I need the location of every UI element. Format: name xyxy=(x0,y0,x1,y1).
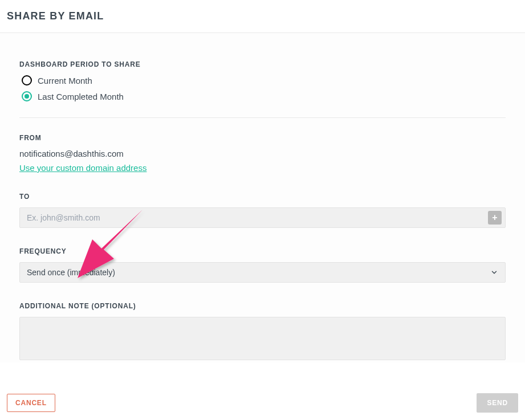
radio-label: Last Completed Month xyxy=(38,92,124,101)
radio-last-completed-month[interactable]: Last Completed Month xyxy=(19,91,506,101)
send-button[interactable]: SEND xyxy=(477,393,518,413)
note-section: ADDITIONAL NOTE (OPTIONAL) xyxy=(19,302,506,362)
modal-content: DASHBOARD PERIOD TO SHARE Current Month … xyxy=(0,33,525,362)
frequency-label: FREQUENCY xyxy=(19,247,506,255)
modal-footer: CANCEL SEND xyxy=(0,386,525,420)
period-label: DASHBOARD PERIOD TO SHARE xyxy=(19,60,506,68)
to-label: TO xyxy=(19,193,506,201)
cancel-button[interactable]: CANCEL xyxy=(7,394,55,412)
frequency-select[interactable]: Send once (immediately) xyxy=(19,262,506,283)
from-email-value: notifications@dashthis.com xyxy=(19,149,506,158)
add-recipient-button[interactable]: + xyxy=(488,211,502,225)
from-label: FROM xyxy=(19,134,506,142)
note-label: ADDITIONAL NOTE (OPTIONAL) xyxy=(19,302,506,310)
radio-icon xyxy=(22,91,32,101)
radio-label: Current Month xyxy=(38,76,92,85)
frequency-value: Send once (immediately) xyxy=(27,268,490,277)
divider xyxy=(19,117,506,118)
to-email-input[interactable] xyxy=(20,208,488,227)
radio-icon xyxy=(22,75,32,85)
plus-icon: + xyxy=(492,213,497,223)
from-section: FROM notifications@dashthis.com Use your… xyxy=(19,134,506,173)
custom-domain-link[interactable]: Use your custom domain address xyxy=(19,163,146,173)
note-textarea[interactable] xyxy=(19,317,506,360)
to-input-row: + xyxy=(19,207,506,228)
modal-header: SHARE BY EMAIL xyxy=(0,0,525,33)
radio-current-month[interactable]: Current Month xyxy=(19,75,506,85)
to-section: TO + xyxy=(19,193,506,228)
period-radio-group: Current Month Last Completed Month xyxy=(19,75,506,101)
modal-title: SHARE BY EMAIL xyxy=(7,10,518,22)
frequency-section: FREQUENCY Send once (immediately) xyxy=(19,247,506,283)
chevron-down-icon xyxy=(490,268,498,276)
